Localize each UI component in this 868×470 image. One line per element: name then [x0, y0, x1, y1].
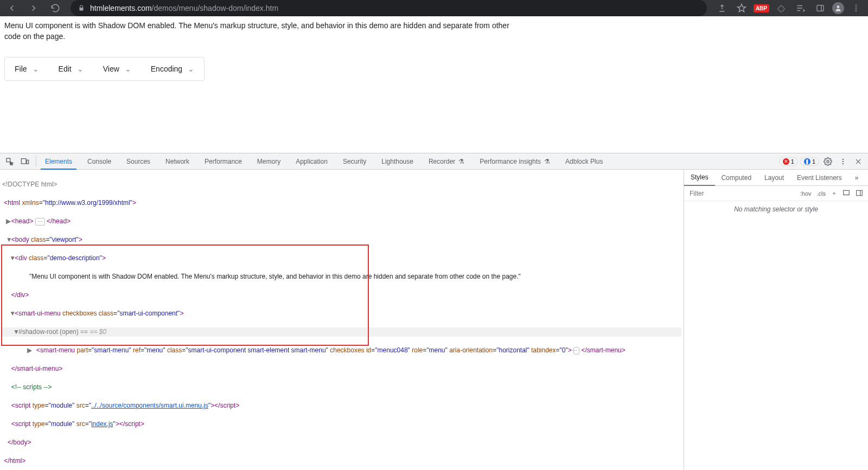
kebab-menu-icon[interactable]: [848, 1, 864, 16]
tab-memory[interactable]: Memory: [250, 153, 288, 169]
svg-rect-0: [817, 5, 824, 11]
tab-performance-insights[interactable]: Performance insights⚗: [472, 153, 558, 169]
styles-filter-bar: :hov .cls ＋: [684, 186, 868, 201]
chevron-down-icon: ⌄: [125, 65, 131, 73]
shadow-root-line[interactable]: ▼#shadow-root (open) == == $0: [2, 327, 681, 337]
page-content: Menu UI component is with Shadow DOM ena…: [0, 16, 868, 153]
share-icon[interactable]: [714, 1, 730, 16]
svg-rect-12: [844, 190, 850, 195]
lock-icon: [78, 4, 85, 12]
new-style-rule-icon[interactable]: ＋: [829, 189, 839, 197]
styles-tabs: Styles Computed Layout Event Listeners »: [684, 170, 868, 186]
devtools-body: <!DOCTYPE html> <html xmlns="http://www.…: [0, 170, 868, 470]
tab-security[interactable]: Security: [335, 153, 374, 169]
inspect-element-icon[interactable]: [2, 157, 17, 166]
menu-item-file[interactable]: File⌄: [5, 57, 49, 80]
cls-toggle[interactable]: .cls: [815, 190, 828, 197]
tab-recorder[interactable]: Recorder⚗: [421, 153, 472, 169]
abp-extension-badge[interactable]: ABP: [754, 4, 769, 12]
svg-point-9: [843, 158, 844, 159]
devtools-tabs: Elements Console Sources Network Perform…: [0, 153, 868, 170]
issue-dot-icon: ❚: [804, 158, 810, 165]
tab-network[interactable]: Network: [158, 153, 197, 169]
svg-point-1: [837, 5, 840, 8]
svg-rect-7: [27, 160, 28, 164]
tab-performance[interactable]: Performance: [197, 153, 250, 169]
extensions-icon[interactable]: [774, 1, 789, 16]
styles-tab-event-listeners[interactable]: Event Listeners: [790, 170, 848, 185]
chevron-down-icon: ⌄: [77, 65, 84, 73]
nav-buttons: [4, 1, 63, 16]
chevron-down-icon: ⌄: [188, 65, 194, 73]
sidepanel-icon[interactable]: [813, 1, 828, 16]
styles-panel-toggle-icon[interactable]: [854, 189, 865, 198]
no-match-message: No matching selector or style: [684, 201, 868, 217]
tab-sources[interactable]: Sources: [119, 153, 158, 169]
toolbar-right: ABP: [714, 1, 864, 16]
styles-filter-input[interactable]: [687, 188, 796, 199]
error-dot-icon: ✕: [783, 158, 789, 165]
url-host: htmlelements.com: [90, 4, 152, 12]
settings-gear-icon[interactable]: [821, 155, 834, 168]
svg-point-3: [856, 8, 857, 9]
address-bar[interactable]: htmlelements.com/demos/menu/shadow-dom/i…: [71, 0, 707, 16]
url-path: /demos/menu/shadow-dom/index.htm: [152, 4, 278, 12]
reload-button[interactable]: [48, 1, 63, 16]
elements-lines: <!DOCTYPE html> <html xmlns="http://www.…: [0, 170, 684, 470]
svg-rect-6: [21, 158, 26, 163]
svg-point-11: [843, 163, 844, 164]
hov-toggle[interactable]: :hov: [799, 190, 813, 197]
svg-rect-13: [857, 190, 863, 195]
smart-menu-bar: File⌄ Edit⌄ View⌄ Encoding⌄: [4, 57, 205, 81]
more-menu-icon[interactable]: [837, 155, 850, 168]
flask-icon: ⚗: [458, 158, 464, 165]
doctype-line: <!DOCTYPE html>: [2, 181, 57, 188]
tab-adblock-plus[interactable]: Adblock Plus: [558, 153, 610, 169]
device-toolbar-icon[interactable]: [17, 157, 33, 166]
svg-point-2: [856, 5, 857, 7]
styles-tab-layout[interactable]: Layout: [758, 170, 790, 185]
tab-console[interactable]: Console: [80, 153, 119, 169]
profile-avatar[interactable]: [832, 2, 844, 14]
chevron-down-icon: ⌄: [33, 65, 39, 73]
styles-tab-computed[interactable]: Computed: [715, 170, 758, 185]
svg-point-4: [856, 10, 857, 11]
svg-point-8: [827, 160, 829, 163]
bookmark-star-icon[interactable]: [734, 1, 749, 16]
demo-description: Menu UI component is with Shadow DOM ena…: [4, 21, 514, 42]
playlist-icon[interactable]: [793, 1, 808, 16]
styles-tab-styles[interactable]: Styles: [684, 170, 715, 186]
close-devtools-icon[interactable]: [852, 155, 865, 168]
menu-item-edit[interactable]: Edit⌄: [49, 57, 93, 80]
forward-button[interactable]: [26, 1, 41, 16]
back-button[interactable]: [4, 1, 20, 16]
errors-badge[interactable]: ✕1: [779, 157, 798, 166]
tab-lighthouse[interactable]: Lighthouse: [374, 153, 421, 169]
computed-sidebar-icon[interactable]: [841, 189, 852, 198]
issues-badge[interactable]: ❚1: [800, 157, 819, 166]
browser-toolbar: htmlelements.com/demos/menu/shadow-dom/i…: [0, 0, 868, 16]
flask-icon: ⚗: [544, 158, 550, 165]
tab-elements[interactable]: Elements: [37, 153, 80, 169]
tab-application[interactable]: Application: [288, 153, 335, 169]
styles-sidebar: Styles Computed Layout Event Listeners »…: [684, 170, 868, 470]
devtools-panel: Elements Console Sources Network Perform…: [0, 153, 868, 470]
svg-rect-5: [7, 158, 10, 162]
styles-tab-more[interactable]: »: [848, 170, 865, 185]
menu-item-view[interactable]: View⌄: [93, 57, 141, 80]
svg-point-10: [843, 160, 844, 162]
elements-tree[interactable]: <!DOCTYPE html> <html xmlns="http://www.…: [0, 170, 684, 470]
menu-item-encoding[interactable]: Encoding⌄: [141, 57, 204, 80]
